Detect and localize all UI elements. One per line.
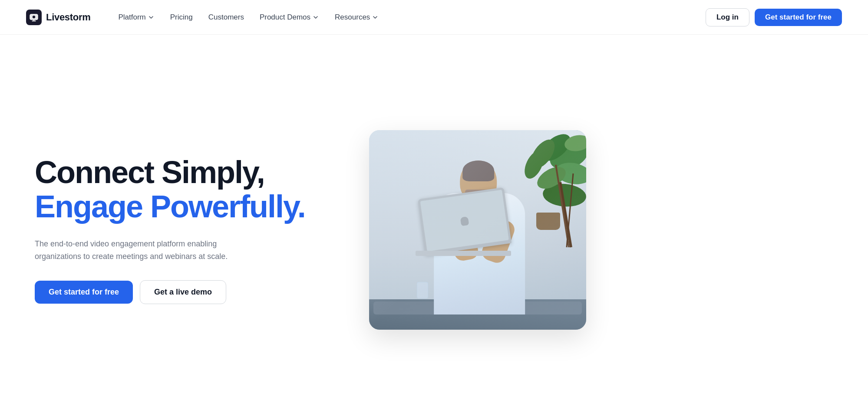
logo-icon	[26, 10, 42, 25]
hero-title-line2: Engage Powerfully.	[35, 190, 339, 224]
hero-cta-primary[interactable]: Get started for free	[35, 281, 133, 304]
nav-links: Platform Pricing Customers Product Demos…	[111, 10, 706, 25]
nav-item-platform[interactable]: Platform	[111, 10, 161, 25]
hero-cta-secondary[interactable]: Get a live demo	[140, 280, 226, 304]
login-button[interactable]: Log in	[706, 8, 749, 26]
hero-image-wrapper	[365, 130, 591, 330]
hero-buttons: Get started for free Get a live demo	[35, 280, 339, 304]
hero-image	[369, 130, 586, 330]
chevron-down-icon	[148, 14, 155, 21]
photo-overlay	[369, 130, 586, 330]
svg-point-2	[33, 15, 35, 18]
chevron-down-icon	[372, 14, 379, 21]
nav-item-pricing[interactable]: Pricing	[163, 10, 200, 25]
svg-rect-3	[32, 20, 36, 21]
nav-item-product-demos[interactable]: Product Demos	[253, 10, 326, 25]
hero-section: Connect Simply, Engage Powerfully. The e…	[0, 35, 868, 416]
hero-title: Connect Simply, Engage Powerfully.	[35, 155, 339, 224]
svg-rect-4	[33, 20, 34, 20]
hero-content: Connect Simply, Engage Powerfully. The e…	[35, 155, 339, 304]
hero-title-line1: Connect Simply,	[35, 155, 339, 190]
nav-item-customers[interactable]: Customers	[201, 10, 251, 25]
nav-item-resources[interactable]: Resources	[328, 10, 386, 25]
logo-link[interactable]: Livestorm	[26, 10, 90, 25]
hero-subtitle: The end-to-end video engagement platform…	[35, 238, 252, 263]
brand-name: Livestorm	[46, 12, 90, 23]
chevron-down-icon	[312, 14, 319, 21]
nav-actions: Log in Get started for free	[706, 8, 842, 26]
navbar: Livestorm Platform Pricing Customers Pro…	[0, 0, 868, 35]
nav-cta-button[interactable]: Get started for free	[755, 9, 842, 26]
